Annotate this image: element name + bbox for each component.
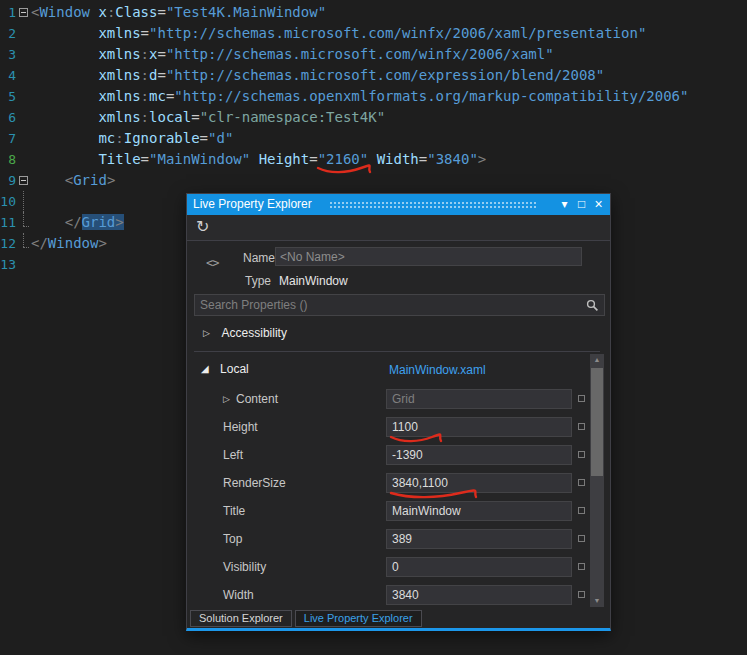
name-label: Name — [243, 251, 275, 265]
outline-margin — [17, 254, 31, 275]
element-icon: <> — [206, 256, 218, 270]
code-line-6[interactable]: 6 xmlns:local="clr-namespace:Test4K" — [0, 107, 747, 128]
titlebar-grip-texture — [329, 201, 536, 209]
property-value-visibility[interactable]: 0 — [386, 557, 572, 577]
tab-live-property-explorer[interactable]: Live Property Explorer — [295, 610, 422, 627]
section-local[interactable]: ◢ Local — [201, 362, 249, 376]
property-value-left[interactable]: -1390 — [386, 445, 572, 465]
property-label-visibility: Visibility — [223, 560, 266, 574]
outline-margin — [17, 212, 31, 233]
close-icon[interactable]: × — [590, 194, 607, 215]
code-line-8[interactable]: 8 Title="MainWindow" Height="2160" Width… — [0, 149, 747, 170]
line-number: 8 — [0, 149, 17, 170]
name-input[interactable] — [275, 247, 582, 266]
property-marker-box[interactable] — [578, 563, 585, 570]
property-value-height[interactable]: 1100 — [386, 417, 572, 437]
property-label-width: Width — [223, 588, 254, 602]
property-row-top: Top389 — [187, 525, 610, 553]
property-value-text: -1390 — [392, 448, 423, 462]
chevron-expanded-icon[interactable]: ◢ — [201, 363, 209, 374]
outline-margin — [17, 149, 31, 170]
accessibility-label: Accessibility — [222, 326, 287, 340]
refresh-icon[interactable]: ↻ — [196, 217, 209, 236]
outline-collapse-box[interactable] — [17, 2, 31, 23]
separator — [194, 351, 600, 352]
property-value-text: 1100 — [392, 420, 418, 434]
property-marker-box[interactable] — [578, 423, 585, 430]
code-text: xmlns:x="http://schemas.microsoft.com/wi… — [31, 44, 554, 65]
line-number: 1 — [0, 2, 17, 23]
window-position-icon[interactable]: ▾ — [556, 194, 573, 215]
panel-tab-strip: Solution ExplorerLive Property Explorer — [187, 609, 610, 628]
property-marker-box[interactable] — [578, 479, 585, 486]
code-text: mc:Ignorable="d" — [31, 128, 233, 149]
scroll-up-icon[interactable]: ▲ — [590, 354, 604, 366]
code-text: Title="MainWindow" Height="2160" Width="… — [31, 149, 486, 170]
code-text: <Grid> — [31, 170, 115, 191]
search-box — [194, 294, 605, 316]
property-value-content[interactable]: Grid — [386, 389, 572, 409]
section-accessibility[interactable]: ▷ Accessibility — [203, 326, 287, 340]
property-value-top[interactable]: 389 — [386, 529, 572, 549]
panel-title-bar[interactable]: Live Property Explorer ▾ □ × — [187, 194, 610, 215]
outline-margin — [17, 44, 31, 65]
type-label: Type — [245, 274, 271, 288]
code-line-9[interactable]: 9 <Grid> — [0, 170, 747, 191]
property-value-width[interactable]: 3840 — [386, 585, 572, 605]
line-number: 12 — [0, 233, 17, 254]
property-marker-box[interactable] — [578, 591, 585, 598]
code-line-7[interactable]: 7 mc:Ignorable="d" — [0, 128, 747, 149]
property-marker-box[interactable] — [578, 535, 585, 542]
property-row-height: Height1100 — [187, 413, 610, 441]
property-value-text: 3840 — [392, 588, 419, 602]
property-row-left: Left-1390 — [187, 441, 610, 469]
panel-toolbar: ↻ — [187, 215, 610, 241]
line-number: 3 — [0, 44, 17, 65]
line-number: 11 — [0, 212, 17, 233]
property-marker-box[interactable] — [578, 451, 585, 458]
property-row-title: TitleMainWindow — [187, 497, 610, 525]
code-text: xmlns:d="http://schemas.microsoft.com/ex… — [31, 65, 604, 86]
titlebar-buttons: ▾ □ × — [556, 194, 607, 215]
outline-margin — [17, 86, 31, 107]
local-label: Local — [220, 362, 249, 376]
property-marker-box[interactable] — [578, 507, 585, 514]
line-number: 6 — [0, 107, 17, 128]
code-line-1[interactable]: 1<Window x:Class="Test4K.MainWindow" — [0, 2, 747, 23]
code-line-5[interactable]: 5 xmlns:mc="http://schemas.openxmlformat… — [0, 86, 747, 107]
property-list: ▷ContentGridHeight1100Left-1390RenderSiz… — [187, 385, 610, 609]
chevron-right-icon[interactable]: ▷ — [223, 394, 230, 404]
code-text: xmlns:local="clr-namespace:Test4K" — [31, 107, 385, 128]
maximize-icon[interactable]: □ — [573, 194, 590, 215]
property-row-visibility: Visibility0 — [187, 553, 610, 581]
outline-margin — [17, 23, 31, 44]
property-label-content: Content — [236, 392, 278, 406]
property-row-width: Width3840 — [187, 581, 610, 609]
property-row-content: ▷ContentGrid — [187, 385, 610, 413]
property-value-rendersize[interactable]: 3840,1100 — [386, 473, 572, 493]
code-text: </Window> — [31, 233, 107, 254]
property-value-text: MainWindow — [392, 504, 461, 518]
property-marker-box[interactable] — [578, 395, 585, 402]
outline-margin — [17, 128, 31, 149]
search-input[interactable] — [195, 295, 604, 315]
property-label-rendersize: RenderSize — [223, 476, 286, 490]
code-line-4[interactable]: 4 xmlns:d="http://schemas.microsoft.com/… — [0, 65, 747, 86]
property-row-rendersize: RenderSize3840,1100 — [187, 469, 610, 497]
code-line-3[interactable]: 3 xmlns:x="http://schemas.microsoft.com/… — [0, 44, 747, 65]
line-number: 10 — [0, 191, 17, 212]
chevron-right-icon[interactable]: ▷ — [203, 328, 210, 338]
property-value-title[interactable]: MainWindow — [386, 501, 572, 521]
code-line-2[interactable]: 2 xmlns="http://schemas.microsoft.com/wi… — [0, 23, 747, 44]
outline-collapse-box[interactable] — [17, 170, 31, 191]
scroll-down-icon[interactable]: ▼ — [590, 595, 604, 607]
mainwindow-xaml-link[interactable]: MainWindow.xaml — [389, 363, 486, 377]
line-number: 5 — [0, 86, 17, 107]
scrollbar-thumb[interactable] — [591, 368, 603, 476]
line-number: 7 — [0, 128, 17, 149]
tab-solution-explorer[interactable]: Solution Explorer — [190, 610, 292, 627]
scrollbar[interactable]: ▲ ▼ — [590, 354, 604, 607]
property-label-left: Left — [223, 448, 243, 462]
outline-margin — [17, 233, 31, 254]
code-text: xmlns="http://schemas.microsoft.com/winf… — [31, 23, 646, 44]
